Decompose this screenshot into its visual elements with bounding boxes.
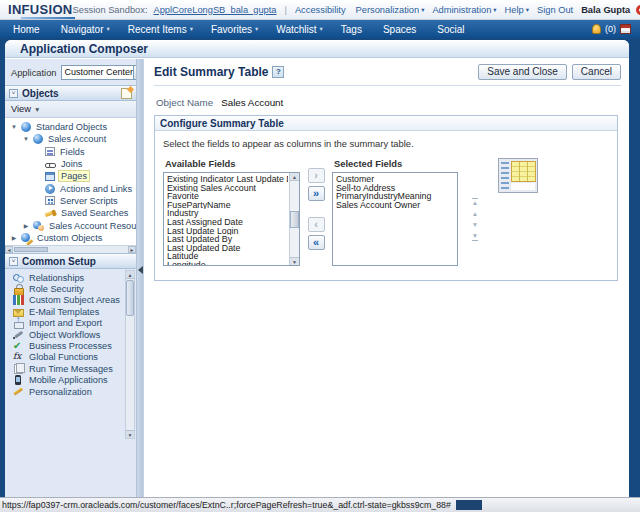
- available-fields-listbox[interactable]: Existing Indicator Last Update DateExist…: [163, 172, 300, 266]
- nav-item[interactable]: Recent Items ▾: [119, 24, 202, 35]
- selected-fields-listbox[interactable]: CustomerSell-to AddressPrimaryIndustryMe…: [332, 172, 458, 266]
- common-setup-item[interactable]: E-Mail Templates: [5, 306, 125, 317]
- common-setup-item[interactable]: Import and Export: [5, 318, 125, 329]
- nav-item[interactable]: Favorites ▾: [202, 24, 267, 35]
- list-option[interactable]: Last Updated Date: [165, 244, 288, 253]
- application-composer-panel: Application Composer Application Custome…: [5, 40, 629, 497]
- move-selected-right-button[interactable]: [308, 168, 325, 183]
- scroll-up-arrow-icon[interactable]: ▲: [290, 173, 299, 181]
- scroll-right-arrow-icon[interactable]: ►: [128, 246, 136, 253]
- tree-expander-icon[interactable]: [10, 124, 18, 130]
- nav-item[interactable]: Navigator ▾: [52, 24, 119, 35]
- tree-item[interactable]: Saved Searches: [5, 207, 136, 219]
- view-menu-button[interactable]: View: [11, 104, 31, 114]
- scroll-down-arrow-icon[interactable]: ▼: [290, 257, 299, 265]
- nav-item[interactable]: Watchlist ▾: [267, 24, 331, 35]
- collapse-panel-icon[interactable]: ˅: [9, 257, 18, 266]
- common-setup-item[interactable]: Business Processes: [5, 340, 125, 351]
- tree-item[interactable]: Fields: [5, 146, 136, 158]
- tree-horizontal-scrollbar[interactable]: ◄ ►: [5, 245, 136, 253]
- list-option[interactable]: Last Updated By: [165, 235, 288, 244]
- configure-summary-table-section: Configure Summary Table Select the field…: [154, 115, 618, 281]
- move-down-button[interactable]: [472, 222, 478, 228]
- session-sandbox-link[interactable]: ApplCoreLongSB_bala_gupta: [153, 5, 276, 15]
- tree-expander-icon[interactable]: [22, 136, 30, 142]
- tree-item[interactable]: Sales Account: [5, 133, 136, 145]
- application-select[interactable]: Customer Center ▼: [61, 65, 147, 80]
- scroll-up-arrow-icon[interactable]: ▲: [126, 271, 134, 279]
- tree-item[interactable]: Joins: [5, 158, 136, 170]
- page-title-bar: Application Composer: [5, 40, 629, 58]
- tree-expander-icon[interactable]: [22, 222, 30, 229]
- tree-item-icon: [45, 172, 55, 181]
- list-option[interactable]: Latitude: [165, 252, 288, 261]
- list-option[interactable]: Existing Sales Account: [165, 184, 288, 193]
- infusion-logo: INFUSION: [8, 2, 73, 17]
- common-setup-item[interactable]: Run Time Messages: [5, 363, 125, 374]
- topbar-link[interactable]: Personalization ▾: [356, 5, 425, 15]
- tree-item[interactable]: Sales Account Resource: [5, 219, 136, 231]
- scroll-down-arrow-icon[interactable]: ▼: [126, 430, 134, 438]
- move-to-bottom-button[interactable]: [472, 233, 478, 241]
- list-option[interactable]: Existing Indicator Last Update Date: [165, 175, 288, 184]
- tree-item[interactable]: Standard Objects: [5, 121, 136, 133]
- list-option[interactable]: Last Update Login: [165, 227, 288, 236]
- tree-item[interactable]: Actions and Links: [5, 182, 136, 194]
- scrollbar-thumb[interactable]: [126, 280, 134, 316]
- common-setup-item[interactable]: Relationships: [5, 272, 125, 283]
- topbar-link[interactable]: Sign Out: [537, 5, 575, 15]
- tree-item[interactable]: Custom Objects: [5, 232, 136, 244]
- tree-item[interactable]: Server Scripts: [5, 195, 136, 207]
- nav-menu: Home Navigator ▾ Recent Items ▾ Favorite…: [4, 24, 477, 35]
- common-setup-item[interactable]: Mobile Applications: [5, 375, 125, 386]
- common-setup-list: Relationships Role Security Custom Subje…: [5, 272, 125, 397]
- scrollbar-thumb[interactable]: [290, 211, 299, 228]
- tree-expander-icon[interactable]: [10, 234, 18, 241]
- tree-item-icon: [21, 232, 32, 243]
- topbar-link[interactable]: Help ▾: [505, 5, 529, 15]
- scrollbar-thumb[interactable]: [14, 247, 48, 252]
- list-option[interactable]: Sell-to Address: [334, 184, 456, 193]
- common-setup-item-icon: [13, 341, 24, 352]
- list-option[interactable]: PrimaryIndustryMeaning: [334, 192, 456, 201]
- move-all-right-button[interactable]: [308, 186, 325, 201]
- list-option[interactable]: Sales Account Owner: [334, 201, 456, 210]
- common-setup-item-icon: [13, 386, 24, 397]
- new-object-icon[interactable]: [121, 88, 132, 99]
- list-option[interactable]: Industry: [165, 209, 288, 218]
- cancel-button[interactable]: Cancel: [572, 64, 621, 80]
- tree-item[interactable]: Pages: [5, 170, 136, 182]
- move-selected-left-button[interactable]: [308, 217, 325, 232]
- common-setup-item[interactable]: Personalization: [5, 386, 125, 397]
- nav-item[interactable]: Spaces: [374, 24, 428, 35]
- nav-item[interactable]: Home: [4, 24, 52, 35]
- common-setup-item[interactable]: Global Functions: [5, 352, 125, 363]
- topbar-link[interactable]: Administration ▾: [432, 5, 496, 15]
- list-option[interactable]: Last Assigned Date: [165, 218, 288, 227]
- scroll-left-arrow-icon[interactable]: ◄: [5, 246, 13, 253]
- move-to-top-button[interactable]: [472, 198, 478, 206]
- topbar-link[interactable]: Accessibility: [295, 5, 348, 15]
- common-setup-scrollbar[interactable]: ▲ ▼: [125, 270, 135, 439]
- available-fields-scrollbar[interactable]: ▲ ▼: [289, 173, 299, 265]
- common-setup-item[interactable]: Object Workflows: [5, 329, 125, 340]
- common-setup-item[interactable]: Role Security: [5, 283, 125, 294]
- list-option[interactable]: Longitude: [165, 261, 288, 266]
- calendar-grid-icon[interactable]: [620, 24, 631, 34]
- move-up-button[interactable]: [472, 211, 478, 217]
- nav-item[interactable]: Tags: [332, 24, 374, 35]
- list-option[interactable]: Customer: [334, 175, 456, 184]
- topbar-link-list: Accessibility Personalization ▾ Administ…: [295, 5, 575, 15]
- chevron-down-icon: ▾: [421, 6, 424, 14]
- help-icon[interactable]: ?: [272, 66, 284, 78]
- move-all-left-button[interactable]: [308, 235, 325, 250]
- common-setup-item-icon: [13, 284, 24, 295]
- list-option[interactable]: Favorite: [165, 192, 288, 201]
- sidebar-splitter[interactable]: [136, 59, 143, 497]
- collapse-panel-icon[interactable]: ˅: [9, 89, 18, 98]
- common-setup-item[interactable]: Custom Subject Areas: [5, 295, 125, 306]
- notifications-bell-icon[interactable]: [592, 24, 601, 34]
- nav-item[interactable]: Social: [428, 24, 476, 35]
- save-and-close-button[interactable]: Save and Close: [478, 64, 567, 80]
- list-option[interactable]: FusePartyName: [165, 201, 288, 210]
